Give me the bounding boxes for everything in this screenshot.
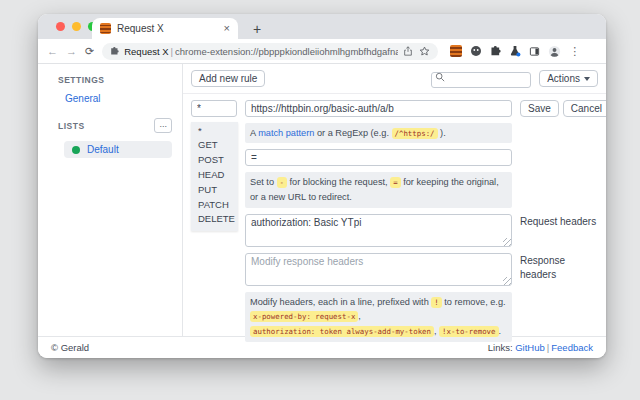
options-page: SETTINGS General LISTS ... Default Add n… (38, 64, 606, 336)
redirect-help-text: Set to - for blocking the request, = for… (245, 172, 512, 207)
keep-code-sample: = (390, 177, 400, 188)
request-headers-label: Request headers (520, 214, 598, 229)
browser-menu-icon[interactable]: ⋮ (569, 45, 580, 58)
reload-icon[interactable]: ⟳ (85, 46, 94, 57)
redirect-input[interactable] (245, 149, 512, 166)
forward-icon[interactable]: → (66, 46, 77, 57)
feedback-link[interactable]: Feedback (551, 342, 593, 353)
response-headers-textarea[interactable] (245, 253, 512, 286)
sidebar-item-default-list[interactable]: Default (64, 141, 172, 158)
browser-toolbar: ← → ⟳ Request X|chrome-extension://pbppp… (38, 39, 606, 64)
browser-window: Request X × + ← → ⟳ Request X|chrome-ext… (38, 14, 606, 358)
address-text: Request X|chrome-extension://pbpppkiondl… (124, 46, 398, 57)
request-headers-textarea[interactable]: authorization: Basic YTpi (245, 214, 512, 247)
header-code-sample-3: !x-to-remove (439, 326, 498, 337)
header-code-sample-1: x-powered-by: request-x (250, 311, 358, 322)
url-help-text: A match pattern or a RegExp (e.g. /^http… (245, 123, 512, 144)
save-button[interactable]: Save (520, 100, 559, 117)
tab-close-icon[interactable]: × (224, 23, 230, 34)
headers-help-text: Modify headers, each in a line, prefixed… (245, 292, 512, 342)
footer-links: Links: GitHub|Feedback (488, 342, 593, 353)
request-x-extension-icon[interactable] (450, 45, 462, 57)
traffic-lights (56, 22, 97, 31)
method-option[interactable]: PATCH (191, 198, 238, 213)
method-option[interactable]: POST (191, 153, 238, 168)
devtools-flask-icon[interactable] (509, 45, 521, 57)
method-option[interactable]: GET (191, 138, 238, 153)
minimize-window-button[interactable] (72, 22, 81, 31)
block-code-sample: - (277, 177, 287, 188)
rule-row: * https://github.com/* RES_HEADERS Edit … (183, 356, 606, 358)
rule-editor: Save Cancel A match pattern or a RegExp … (183, 94, 606, 342)
profile-avatar[interactable] (548, 45, 561, 58)
address-bar[interactable]: Request X|chrome-extension://pbpppkiondl… (102, 43, 438, 60)
back-icon[interactable]: ← (47, 46, 58, 57)
close-window-button[interactable] (56, 22, 65, 31)
chevron-down-icon (584, 77, 590, 81)
settings-header: SETTINGS (58, 75, 172, 85)
url-input[interactable] (245, 100, 512, 117)
browser-tab[interactable]: Request X × (92, 18, 238, 39)
extension-puzzle-icon (110, 47, 119, 56)
method-input[interactable] (191, 100, 237, 117)
extension-avatar-icon[interactable] (470, 45, 482, 57)
sidebar: SETTINGS General LISTS ... Default (38, 64, 183, 336)
titlebar: Request X × + (38, 14, 606, 39)
tab-title: Request X (117, 23, 218, 34)
method-option[interactable]: * (191, 124, 238, 139)
search-icon (435, 72, 445, 82)
search-input[interactable] (431, 72, 531, 88)
add-new-rule-button[interactable]: Add new rule (191, 70, 265, 87)
lists-menu-button[interactable]: ... (154, 118, 172, 133)
method-option[interactable]: DELETE (191, 212, 238, 227)
list-status-dot-icon (72, 146, 80, 154)
bookmark-star-icon[interactable] (419, 46, 430, 57)
side-panel-icon[interactable] (529, 46, 540, 57)
new-tab-button[interactable]: + (248, 21, 266, 37)
remove-prefix-code-sample: ! (431, 297, 441, 308)
list-item-label: Default (87, 144, 119, 155)
method-option[interactable]: HEAD (191, 168, 238, 183)
copyright-text: © Gerald (51, 342, 89, 353)
method-dropdown: * GET POST HEAD PUT PATCH DELETE (191, 122, 238, 232)
share-icon[interactable] (403, 46, 413, 56)
actions-button[interactable]: Actions (539, 70, 598, 87)
method-option[interactable]: PUT (191, 183, 238, 198)
rules-toolbar: Add new rule Actions (183, 64, 606, 94)
main-panel: Add new rule Actions Save Cancel A match… (183, 64, 606, 336)
header-code-sample-2: authorization: token always-add-my-token (250, 326, 434, 337)
cancel-button[interactable]: Cancel (563, 100, 606, 117)
match-pattern-link[interactable]: match pattern (258, 128, 314, 138)
sidebar-item-general[interactable]: General (65, 93, 172, 104)
regexp-code-sample: /^https:/ (392, 128, 438, 139)
response-headers-label: Response headers (520, 253, 598, 282)
github-link[interactable]: GitHub (515, 342, 545, 353)
lists-header: LISTS (58, 121, 85, 131)
extensions-puzzle-icon[interactable] (490, 46, 501, 57)
request-x-favicon-icon (100, 23, 111, 34)
